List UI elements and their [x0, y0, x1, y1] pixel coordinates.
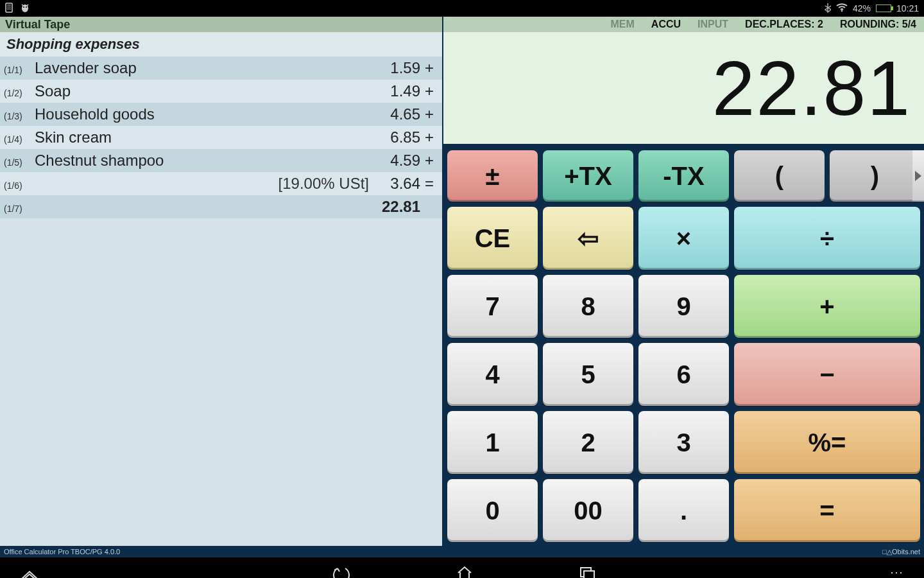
android-status-bar: 42% 10:21 — [0, 0, 924, 17]
key-percent-equals[interactable]: %= — [734, 411, 920, 474]
key-3[interactable]: 3 — [638, 411, 729, 474]
mode-mem[interactable]: MEM — [611, 19, 635, 30]
key-00[interactable]: 00 — [543, 479, 633, 542]
row-value: 1.49 — [375, 82, 420, 100]
row-index: (1/7) — [4, 204, 35, 214]
key-multiply[interactable]: × — [638, 207, 729, 270]
row-index: (1/1) — [4, 65, 35, 75]
row-op: + — [420, 105, 438, 123]
mode-dec[interactable]: DEC.PLACES: 2 — [745, 19, 823, 30]
row-label: Skin cream — [35, 128, 375, 146]
row-op: + — [420, 82, 438, 100]
svg-point-2 — [23, 6, 24, 8]
row-label: Soap — [35, 82, 375, 100]
mode-round[interactable]: ROUNDING: 5/4 — [840, 19, 916, 30]
app-footer: Office Calculator Pro TBOC/PG 4.0.0 □△Ob… — [0, 546, 924, 557]
key-6[interactable]: 6 — [638, 343, 729, 406]
key-clear-entry[interactable]: CE — [447, 207, 538, 270]
svg-point-3 — [26, 6, 27, 8]
key-divide[interactable]: ÷ — [734, 207, 920, 270]
tape-header: Virtual Tape — [0, 17, 442, 32]
tape-body: (1/1) Lavender soap 1.59 + (1/2) Soap 1.… — [0, 57, 442, 546]
key-1[interactable]: 1 — [447, 411, 538, 474]
svg-rect-0 — [6, 3, 12, 12]
key-equals[interactable]: = — [734, 479, 920, 542]
battery-icon — [876, 4, 891, 12]
footer-credit: □△Obits.net — [882, 548, 920, 556]
row-label: Household goods — [35, 105, 375, 123]
row-value: 6.85 — [375, 128, 420, 146]
key-0[interactable]: 0 — [447, 479, 538, 542]
mode-input[interactable]: INPUT — [697, 19, 728, 30]
row-value: 1.59 — [375, 59, 420, 77]
calc-display: 22.81 — [443, 32, 924, 148]
row-note: [19.00% USt] — [278, 175, 369, 193]
svg-rect-6 — [584, 571, 594, 578]
nav-recent-icon[interactable] — [578, 563, 598, 578]
notification-icon — [5, 3, 14, 15]
tape-row[interactable]: (1/3) Household goods 4.65 + — [0, 103, 442, 126]
row-value: 3.64 — [375, 175, 420, 193]
tape-row[interactable]: (1/6) [19.00% USt] 3.64 = — [0, 172, 442, 195]
row-op: + — [420, 59, 438, 77]
key-minus-tax[interactable]: -TX — [638, 150, 729, 202]
row-index: (1/4) — [4, 134, 35, 144]
clock: 10:21 — [896, 3, 919, 13]
key-backspace[interactable]: ⇦ — [543, 207, 633, 270]
key-add[interactable]: + — [734, 275, 920, 338]
tape-row[interactable]: (1/4) Skin cream 6.85 + — [0, 126, 442, 149]
tape-title[interactable]: Shopping expenses — [0, 32, 442, 57]
key-plus-tax[interactable]: +TX — [543, 150, 633, 202]
tape-row[interactable]: (1/1) Lavender soap 1.59 + — [0, 57, 442, 80]
wifi-icon — [836, 3, 848, 14]
nav-home-icon[interactable] — [454, 563, 475, 578]
nav-drawer-icon[interactable] — [19, 563, 40, 578]
row-label: Chestnut shampoo — [35, 152, 375, 170]
tape-row-total[interactable]: (1/7) 22.81 — [0, 195, 442, 218]
row-index: (1/5) — [4, 157, 35, 168]
footer-version: Office Calculator Pro TBOC/PG 4.0.0 — [4, 548, 120, 556]
key-9[interactable]: 9 — [638, 275, 729, 338]
tape-row[interactable]: (1/2) Soap 1.49 + — [0, 80, 442, 103]
nav-overflow-icon[interactable]: ⋮ — [889, 566, 905, 578]
bluetooth-icon — [825, 3, 831, 15]
calculator-panel: MEM ACCU INPUT DEC.PLACES: 2 ROUNDING: 5… — [443, 17, 924, 546]
battery-percent: 42% — [853, 3, 871, 13]
key-plus-minus[interactable]: ± — [447, 150, 538, 202]
android-debug-icon — [19, 3, 31, 15]
key-decimal[interactable]: . — [638, 479, 729, 542]
key-5[interactable]: 5 — [543, 343, 633, 406]
keypad-scroll-right[interactable] — [912, 150, 924, 202]
key-8[interactable]: 8 — [543, 275, 633, 338]
svg-point-4 — [841, 10, 843, 12]
row-label: Lavender soap — [35, 59, 375, 77]
nav-back-icon[interactable] — [331, 563, 352, 578]
row-index: (1/3) — [4, 111, 35, 121]
key-2[interactable]: 2 — [543, 411, 633, 474]
row-value: 22.81 — [375, 198, 420, 216]
android-nav-bar: ⋮ — [0, 557, 924, 578]
keypad: ± +TX -TX ( ) CE ⇦ × ÷ 7 8 9 + 4 5 6 − — [443, 148, 924, 546]
calc-mode-bar: MEM ACCU INPUT DEC.PLACES: 2 ROUNDING: 5… — [443, 17, 924, 32]
row-index: (1/2) — [4, 88, 35, 98]
key-paren-open[interactable]: ( — [734, 150, 825, 202]
key-7[interactable]: 7 — [447, 275, 538, 338]
key-4[interactable]: 4 — [447, 343, 538, 406]
row-op: + — [420, 128, 438, 146]
virtual-tape-panel: Virtual Tape Shopping expenses (1/1) Lav… — [0, 17, 443, 546]
app-body: Virtual Tape Shopping expenses (1/1) Lav… — [0, 17, 924, 546]
row-value: 4.59 — [375, 152, 420, 170]
row-value: 4.65 — [375, 105, 420, 123]
key-paren-close[interactable]: ) — [830, 150, 920, 202]
mode-accu[interactable]: ACCU — [651, 19, 681, 30]
row-op: = — [420, 175, 438, 193]
row-op: + — [420, 152, 438, 170]
key-subtract[interactable]: − — [734, 343, 920, 406]
row-index: (1/6) — [4, 180, 35, 191]
tape-row[interactable]: (1/5) Chestnut shampoo 4.59 + — [0, 149, 442, 172]
